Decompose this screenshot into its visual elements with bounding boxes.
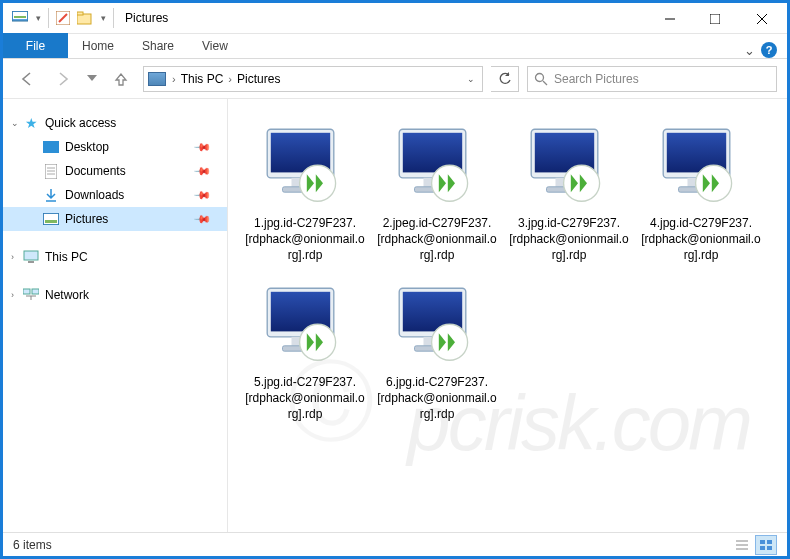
file-item[interactable]: 5.jpg.id-C279F237.[rdphack@onionmail.org…: [242, 272, 368, 429]
downloads-icon: [43, 187, 59, 203]
up-button[interactable]: [107, 65, 135, 93]
svg-rect-22: [28, 261, 34, 263]
rdp-icon: [389, 278, 485, 374]
sidebar-item-downloads[interactable]: Downloads 📌: [3, 183, 227, 207]
search-placeholder: Search Pictures: [554, 72, 639, 86]
separator: [113, 8, 114, 28]
svg-rect-61: [767, 540, 772, 544]
file-item[interactable]: 6.jpg.id-C279F237.[rdphack@onionmail.org…: [374, 272, 500, 429]
sidebar-item-documents[interactable]: Documents 📌: [3, 159, 227, 183]
minimize-button[interactable]: [647, 3, 692, 34]
address-dropdown-icon[interactable]: ⌄: [458, 74, 482, 84]
collapse-icon[interactable]: ⌄: [11, 118, 23, 128]
file-name: 6.jpg.id-C279F237.[rdphack@onionmail.org…: [377, 374, 497, 423]
file-tab[interactable]: File: [3, 33, 68, 58]
item-count: 6 items: [13, 538, 52, 552]
window-controls: [647, 3, 787, 33]
pin-icon: 📌: [192, 161, 211, 180]
app-icon[interactable]: [9, 7, 31, 29]
refresh-button[interactable]: [491, 66, 519, 92]
pin-icon: 📌: [192, 209, 211, 228]
sidebar-label: This PC: [45, 250, 88, 264]
sidebar-item-desktop[interactable]: Desktop 📌: [3, 135, 227, 159]
back-button[interactable]: [13, 65, 41, 93]
file-name: 2.jpeg.id-C279F237.[rdphack@onionmail.or…: [377, 215, 497, 264]
file-item[interactable]: 4.jpg.id-C279F237.[rdphack@onionmail.org…: [638, 113, 764, 270]
documents-icon: [43, 163, 59, 179]
maximize-button[interactable]: [692, 3, 737, 34]
pictures-icon: [43, 211, 59, 227]
sidebar-item-label: Downloads: [65, 188, 124, 202]
file-grid: 1.jpg.id-C279F237.[rdphack@onionmail.org…: [242, 113, 777, 428]
svg-rect-62: [760, 546, 765, 550]
svg-rect-2: [14, 16, 26, 18]
qat-dropdown-icon[interactable]: ▾: [31, 7, 45, 29]
separator: [48, 8, 49, 28]
sidebar-item-pictures[interactable]: Pictures 📌: [3, 207, 227, 231]
rdp-icon: [257, 278, 353, 374]
quick-access-toolbar: ▾ ▾: [3, 3, 117, 33]
breadcrumb-separator-icon[interactable]: ›: [170, 73, 178, 85]
close-button[interactable]: [737, 3, 787, 34]
file-item[interactable]: 3.jpg.id-C279F237.[rdphack@onionmail.org…: [506, 113, 632, 270]
search-input[interactable]: Search Pictures: [527, 66, 777, 92]
svg-rect-12: [43, 141, 59, 153]
file-item[interactable]: 2.jpeg.id-C279F237.[rdphack@onionmail.or…: [374, 113, 500, 270]
sidebar-quick-access[interactable]: ⌄ ★ Quick access: [3, 111, 227, 135]
new-folder-icon[interactable]: [74, 7, 96, 29]
titlebar: ▾ ▾ Pictures: [3, 3, 787, 34]
forward-button[interactable]: [49, 65, 77, 93]
svg-rect-63: [767, 546, 772, 550]
recent-locations-icon[interactable]: [85, 65, 99, 93]
breadcrumb-segment[interactable]: Pictures: [234, 72, 283, 86]
sidebar-label: Quick access: [45, 116, 116, 130]
tab-share[interactable]: Share: [128, 33, 188, 58]
svg-line-11: [543, 81, 547, 85]
sidebar-item-label: Documents: [65, 164, 126, 178]
large-icons-view-button[interactable]: [755, 535, 777, 555]
svg-rect-7: [710, 14, 720, 24]
expand-ribbon-icon[interactable]: ⌄: [744, 43, 755, 58]
nav-pane: ⌄ ★ Quick access Desktop 📌 Documents 📌 D…: [3, 99, 228, 532]
breadcrumb-separator-icon[interactable]: ›: [226, 73, 234, 85]
sidebar-label: Network: [45, 288, 89, 302]
expand-icon[interactable]: ›: [11, 252, 23, 262]
this-pc-icon: [23, 249, 39, 265]
qat-customize-icon[interactable]: ▾: [96, 7, 110, 29]
breadcrumb-segment[interactable]: This PC: [178, 72, 227, 86]
expand-icon[interactable]: ›: [11, 290, 23, 300]
rdp-icon: [389, 119, 485, 215]
pin-icon: 📌: [192, 137, 211, 156]
ribbon-tabs: File Home Share View ⌄ ?: [3, 34, 787, 59]
sidebar-item-label: Pictures: [65, 212, 108, 226]
pin-icon: 📌: [192, 185, 211, 204]
sidebar-this-pc[interactable]: › This PC: [3, 245, 227, 269]
sidebar-network[interactable]: › Network: [3, 283, 227, 307]
rdp-icon: [653, 119, 749, 215]
file-item[interactable]: 1.jpg.id-C279F237.[rdphack@onionmail.org…: [242, 113, 368, 270]
rdp-icon: [257, 119, 353, 215]
svg-rect-24: [32, 289, 39, 294]
star-icon: ★: [23, 115, 39, 131]
details-view-button[interactable]: [731, 535, 753, 555]
location-icon: [148, 72, 166, 86]
svg-point-10: [536, 73, 544, 81]
file-name: 3.jpg.id-C279F237.[rdphack@onionmail.org…: [509, 215, 629, 264]
properties-icon[interactable]: [52, 7, 74, 29]
svg-rect-21: [24, 251, 38, 260]
sidebar-item-label: Desktop: [65, 140, 109, 154]
tab-view[interactable]: View: [188, 33, 242, 58]
body: ⌄ ★ Quick access Desktop 📌 Documents 📌 D…: [3, 99, 787, 532]
status-bar: 6 items: [3, 532, 787, 556]
file-name: 5.jpg.id-C279F237.[rdphack@onionmail.org…: [245, 374, 365, 423]
svg-rect-5: [77, 12, 83, 15]
address-bar[interactable]: › This PC › Pictures ⌄: [143, 66, 483, 92]
rdp-icon: [521, 119, 617, 215]
nav-toolbar: › This PC › Pictures ⌄ Search Pictures: [3, 59, 787, 99]
svg-rect-23: [23, 289, 30, 294]
file-view[interactable]: 1.jpg.id-C279F237.[rdphack@onionmail.org…: [228, 99, 787, 532]
tab-home[interactable]: Home: [68, 33, 128, 58]
desktop-icon: [43, 139, 59, 155]
help-icon[interactable]: ?: [761, 42, 777, 58]
svg-rect-20: [45, 220, 57, 223]
